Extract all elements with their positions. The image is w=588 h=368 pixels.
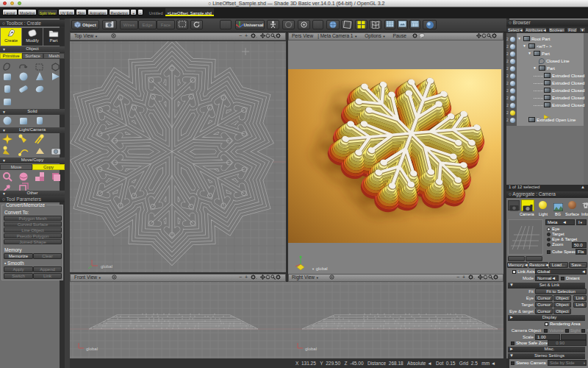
- svg-text:global: global: [101, 264, 112, 269]
- svg-text:global: global: [86, 347, 98, 351]
- svg-text:global: global: [305, 347, 317, 351]
